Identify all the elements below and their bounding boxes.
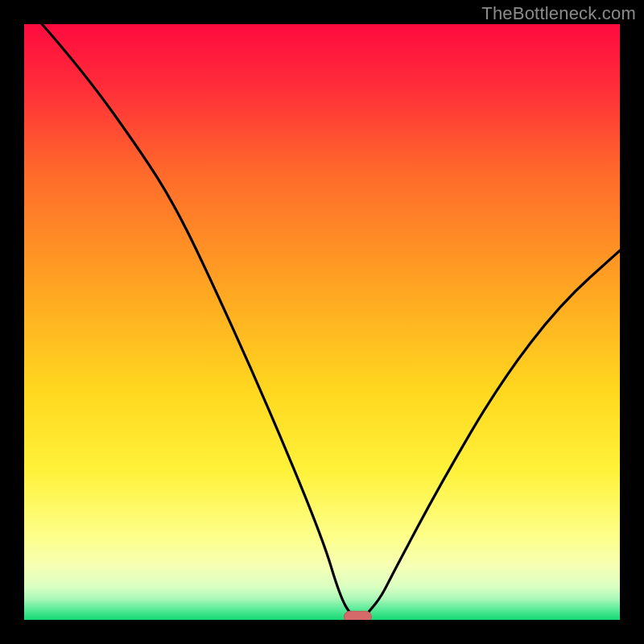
watermark-text: TheBottleneck.com — [481, 3, 636, 24]
frame-right — [620, 0, 644, 644]
chart-container: TheBottleneck.com — [0, 0, 644, 644]
bottleneck-chart — [0, 0, 644, 644]
frame-left — [0, 0, 24, 644]
frame-bottom — [0, 620, 644, 644]
